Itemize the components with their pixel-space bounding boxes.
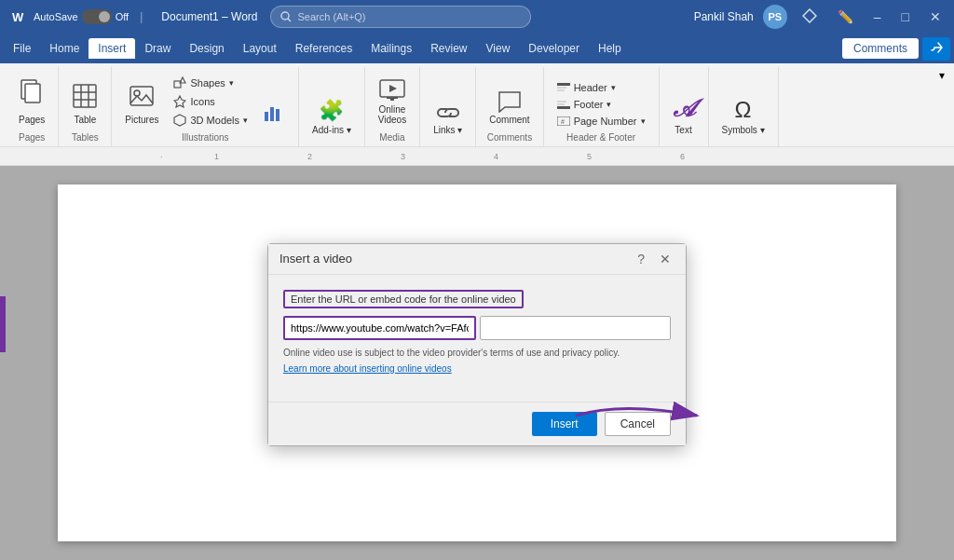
cancel-button[interactable]: Cancel: [605, 412, 671, 436]
menu-draw[interactable]: Draw: [135, 38, 180, 59]
dialog-help-button[interactable]: ?: [634, 252, 648, 266]
table-icon: [72, 83, 98, 113]
table-button[interactable]: Table: [66, 79, 103, 129]
header-footer-group-label: Header & Footer: [566, 129, 635, 143]
illus-col: Shapes▾ Icons 3D Models▾: [168, 75, 253, 129]
symbols-button[interactable]: Ω Symbols ▾: [716, 93, 770, 139]
3d-models-button[interactable]: 3D Models▾: [168, 112, 253, 129]
dialog-input-row: [283, 316, 671, 340]
menu-view[interactable]: View: [477, 38, 520, 59]
document-page[interactable]: Insert a video ? ✕ Enter the URL or embe…: [58, 184, 896, 541]
dialog-title: Insert a video: [279, 252, 352, 266]
insert-button[interactable]: Insert: [532, 412, 597, 436]
chart-button[interactable]: [257, 99, 291, 129]
ribbon-group-media: OnlineVideos Media: [365, 67, 420, 146]
svg-rect-24: [390, 99, 394, 101]
dialog-close-button[interactable]: ✕: [656, 252, 675, 266]
ribbon-group-links: Links ▾: [420, 67, 476, 146]
svg-marker-16: [174, 96, 185, 107]
dialog-body: Enter the URL or embed code for the onli…: [268, 275, 686, 402]
title-right: Pankil Shah PS ✏️ – □ ✕: [694, 5, 947, 29]
comments-group-label: Comments: [487, 129, 532, 143]
pages-label: Pages: [19, 115, 45, 125]
media-group-label: Media: [379, 129, 404, 143]
search-box[interactable]: Search (Alt+Q): [270, 6, 531, 28]
dialog-terms: Online video use is subject to the video…: [283, 348, 671, 358]
pages-group-label: Pages: [19, 129, 45, 143]
svg-point-2: [281, 12, 289, 20]
ribbon: Pages Pages Table Tables Pictures: [0, 63, 954, 147]
pages-button[interactable]: Pages: [13, 75, 50, 129]
pen-btn[interactable]: ✏️: [832, 7, 859, 26]
shapes-button[interactable]: Shapes▾: [168, 75, 253, 91]
svg-rect-30: [557, 106, 570, 109]
menu-layout[interactable]: Layout: [234, 38, 286, 59]
insert-video-dialog: Insert a video ? ✕ Enter the URL or embe…: [267, 243, 687, 446]
online-videos-button[interactable]: OnlineVideos: [373, 75, 412, 129]
svg-line-3: [288, 19, 291, 21]
document-area: Insert a video ? ✕ Enter the URL or embe…: [0, 166, 954, 560]
pages-icon: [19, 79, 45, 113]
header-button[interactable]: Header▾: [552, 80, 651, 95]
links-button[interactable]: Links ▾: [428, 99, 468, 139]
ruler: · 1 2 3 4 5 6: [0, 147, 954, 166]
icons-button[interactable]: Icons: [168, 93, 253, 110]
svg-rect-7: [74, 85, 96, 107]
autosave-toggle[interactable]: [82, 9, 112, 24]
table-label: Table: [74, 115, 96, 125]
left-margin-bar: [0, 296, 6, 352]
maximize-btn[interactable]: □: [896, 7, 915, 26]
url-input[interactable]: [283, 316, 476, 340]
pictures-icon: [129, 83, 155, 113]
online-videos-icon: [379, 78, 405, 102]
menu-mailings[interactable]: Mailings: [361, 38, 421, 59]
ribbon-group-symbols: Ω Symbols ▾: [709, 67, 779, 146]
autosave-area: AutoSave Off: [34, 9, 129, 24]
svg-rect-18: [265, 112, 268, 121]
menu-file[interactable]: File: [4, 38, 40, 59]
user-avatar[interactable]: PS: [763, 5, 787, 29]
diamond-btn[interactable]: [797, 7, 823, 28]
menu-developer[interactable]: Developer: [519, 38, 589, 59]
tables-group-label: Tables: [72, 129, 99, 143]
close-btn[interactable]: ✕: [924, 7, 947, 26]
dialog-learn-more-link[interactable]: Learn more about inserting online videos: [283, 363, 671, 374]
page-number-button[interactable]: # Page Number▾: [552, 114, 651, 129]
text-button[interactable]: 𝒜 Text: [667, 91, 701, 139]
menu-bar: File Home Insert Draw Design Layout Refe…: [0, 34, 954, 63]
svg-marker-17: [174, 115, 185, 126]
embed-input[interactable]: [480, 316, 671, 340]
search-icon: [280, 11, 292, 22]
svg-rect-12: [130, 87, 153, 105]
ribbon-group-tables: Table Tables: [59, 67, 112, 146]
ribbon-group-illustrations: Pictures Shapes▾ Icons 3D Models▾: [112, 67, 299, 146]
pictures-button[interactable]: Pictures: [119, 79, 164, 129]
minimize-btn[interactable]: –: [868, 7, 887, 26]
addins-button[interactable]: 🧩 Add-ins ▾: [307, 95, 357, 139]
share-button[interactable]: [922, 37, 950, 61]
menu-insert[interactable]: Insert: [89, 38, 135, 59]
svg-rect-19: [270, 107, 274, 121]
ribbon-group-text: 𝒜 Text: [660, 67, 709, 146]
addins-icon: 🧩: [319, 99, 344, 123]
comment-button[interactable]: Comment: [484, 87, 535, 129]
svg-rect-6: [25, 84, 40, 102]
footer-button[interactable]: Footer▾: [552, 97, 651, 112]
svg-marker-22: [389, 85, 397, 92]
svg-text:W: W: [12, 10, 24, 24]
comments-button[interactable]: Comments: [842, 38, 919, 59]
menu-design[interactable]: Design: [180, 38, 233, 59]
ribbon-expand-button[interactable]: ▾: [935, 67, 948, 84]
menu-references[interactable]: References: [286, 38, 361, 59]
search-placeholder: Search (Alt+Q): [297, 11, 365, 22]
autosave-label: AutoSave: [34, 11, 78, 22]
document-title: Document1 – Word: [161, 10, 257, 23]
menu-help[interactable]: Help: [589, 38, 631, 59]
dialog-title-bar: Insert a video ? ✕: [268, 244, 686, 275]
svg-marker-4: [803, 9, 816, 22]
svg-text:#: #: [561, 118, 565, 125]
ribbon-group-addins: 🧩 Add-ins ▾: [299, 67, 365, 146]
menu-home[interactable]: Home: [40, 38, 89, 59]
illus-group-label: Illustrations: [182, 129, 229, 143]
menu-review[interactable]: Review: [421, 38, 476, 59]
